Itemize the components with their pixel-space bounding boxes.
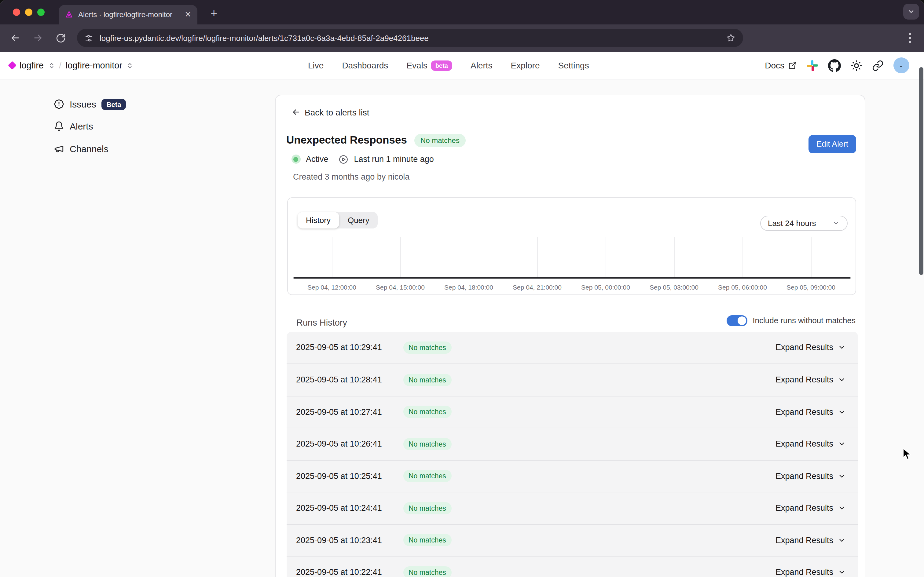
- forward-button[interactable]: [31, 31, 44, 44]
- browser-tab[interactable]: Alerts · logfire/logfire-monitor ✕: [59, 5, 197, 24]
- main-nav: Live Dashboards Evalsbeta Alerts Explore…: [308, 52, 589, 79]
- back-arrow-icon: [291, 108, 300, 117]
- run-timestamp: 2025-09-05 at 10:22:41: [296, 568, 396, 577]
- bell-icon: [54, 121, 64, 131]
- x-tick-label: Sep 04, 21:00:00: [503, 283, 571, 290]
- x-tick-label: Sep 04, 18:00:00: [435, 283, 502, 290]
- active-status-label: Active: [306, 155, 329, 164]
- x-tick-label: Sep 05, 00:00:00: [572, 283, 639, 290]
- browser-tab-strip: Alerts · logfire/logfire-monitor ✕ +: [0, 0, 924, 24]
- nav-alerts[interactable]: Alerts: [471, 60, 493, 70]
- nav-settings[interactable]: Settings: [558, 60, 589, 70]
- x-tick-label: Sep 05, 03:00:00: [640, 283, 708, 290]
- chart-gridline: [537, 237, 538, 278]
- run-timestamp: 2025-09-05 at 10:27:41: [296, 408, 396, 417]
- run-row[interactable]: 2025-09-05 at 10:27:41 No matches Expand…: [286, 396, 858, 428]
- back-button[interactable]: [8, 31, 21, 44]
- expand-results-button[interactable]: Expand Results: [776, 440, 845, 449]
- nav-dashboards[interactable]: Dashboards: [342, 60, 388, 70]
- header-actions: Docs -: [765, 52, 909, 79]
- history-panel: History Query Last 24 hours Sep 04, 12:0…: [287, 197, 856, 295]
- org-switcher[interactable]: logfire: [19, 60, 44, 70]
- x-tick-label: Sep 05, 09:00:00: [777, 283, 845, 290]
- tab-close-icon[interactable]: ✕: [185, 11, 191, 19]
- run-row[interactable]: 2025-09-05 at 10:22:41 No matches Expand…: [286, 556, 858, 577]
- sidebar-item-channels[interactable]: Channels: [54, 141, 108, 156]
- expand-results-button[interactable]: Expand Results: [776, 504, 845, 513]
- run-timestamp: 2025-09-05 at 10:25:41: [296, 472, 396, 481]
- play-circle-icon: [339, 154, 348, 164]
- include-runs-toggle[interactable]: [726, 315, 747, 326]
- expand-chevron-icon: [837, 569, 845, 576]
- new-tab-button[interactable]: +: [205, 5, 223, 22]
- time-range-dropdown[interactable]: Last 24 hours: [760, 215, 847, 230]
- megaphone-icon: [54, 143, 64, 154]
- chart-gridline: [400, 237, 401, 278]
- run-match-badge: No matches: [403, 534, 452, 546]
- run-match-badge: No matches: [403, 374, 452, 386]
- expand-results-button[interactable]: Expand Results: [776, 408, 845, 417]
- tab-query[interactable]: Query: [339, 212, 378, 228]
- project-switcher[interactable]: logfire-monitor: [66, 60, 122, 70]
- expand-results-button[interactable]: Expand Results: [776, 568, 845, 577]
- alert-detail-card: Back to alerts list Unexpected Responses…: [275, 94, 865, 577]
- nav-live[interactable]: Live: [308, 60, 324, 70]
- run-row[interactable]: 2025-09-05 at 10:24:41 No matches Expand…: [286, 492, 858, 524]
- url-bar[interactable]: logfire-us.pydantic.dev/logfire/logfire-…: [77, 29, 743, 47]
- run-row[interactable]: 2025-09-05 at 10:26:41 No matches Expand…: [286, 428, 858, 460]
- breadcrumb-separator: /: [59, 60, 61, 70]
- theme-sun-icon[interactable]: [850, 60, 862, 71]
- github-icon[interactable]: [828, 59, 840, 72]
- run-row[interactable]: 2025-09-05 at 10:28:41 No matches Expand…: [286, 364, 858, 396]
- url-text[interactable]: logfire-us.pydantic.dev/logfire/logfire-…: [100, 33, 720, 42]
- window-zoom-button[interactable]: [37, 8, 45, 16]
- chart-gridline: [811, 237, 811, 278]
- expand-chevron-icon: [837, 440, 845, 448]
- active-status-dot: [291, 155, 300, 164]
- chevron-down-icon: [908, 8, 915, 15]
- window-minimize-button[interactable]: [25, 8, 32, 16]
- x-tick-label: Sep 05, 06:00:00: [709, 283, 776, 290]
- back-icon: [10, 32, 21, 44]
- run-match-badge: No matches: [403, 502, 452, 514]
- user-avatar[interactable]: -: [893, 57, 909, 73]
- chart-gridline: [332, 237, 332, 278]
- back-to-alerts-link[interactable]: Back to alerts list: [291, 107, 369, 117]
- reload-button[interactable]: [55, 31, 67, 44]
- nav-evals[interactable]: Evalsbeta: [406, 60, 452, 71]
- run-match-badge: No matches: [403, 406, 452, 418]
- org-switcher-chevrons-icon[interactable]: [48, 62, 55, 69]
- nav-explore[interactable]: Explore: [511, 60, 540, 70]
- expand-results-button[interactable]: Expand Results: [776, 376, 845, 385]
- run-row[interactable]: 2025-09-05 at 10:23:41 No matches Expand…: [286, 524, 858, 556]
- run-row[interactable]: 2025-09-05 at 10:29:41 No matches Expand…: [286, 331, 858, 364]
- run-row[interactable]: 2025-09-05 at 10:25:41 No matches Expand…: [286, 460, 858, 492]
- reload-icon: [56, 33, 66, 43]
- docs-link[interactable]: Docs: [765, 60, 797, 70]
- forward-icon: [32, 32, 43, 44]
- expand-chevron-icon: [837, 376, 845, 384]
- slack-icon[interactable]: [806, 60, 818, 71]
- browser-toolbar: logfire-us.pydantic.dev/logfire/logfire-…: [0, 24, 924, 52]
- badge-alert-icon: [54, 99, 64, 110]
- run-timestamp: 2025-09-05 at 10:26:41: [296, 440, 396, 449]
- expand-results-button[interactable]: Expand Results: [776, 343, 845, 352]
- window-close-button[interactable]: [13, 8, 20, 16]
- sidebar-item-issues[interactable]: Issues Beta: [54, 97, 126, 111]
- run-timestamp: 2025-09-05 at 10:23:41: [296, 536, 396, 545]
- browser-menu-icon[interactable]: [904, 31, 916, 44]
- created-by-label: Created 3 months ago by nicola: [293, 172, 410, 181]
- tab-title: Alerts · logfire/logfire-monitor: [78, 10, 180, 19]
- tab-history[interactable]: History: [297, 212, 339, 228]
- tab-search-button[interactable]: [903, 4, 919, 19]
- site-info-icon[interactable]: [84, 33, 94, 42]
- page-scrollbar-thumb[interactable]: [919, 67, 923, 275]
- bookmark-star-icon[interactable]: [726, 33, 736, 43]
- edit-alert-button[interactable]: Edit Alert: [808, 135, 856, 153]
- sidebar-item-alerts[interactable]: Alerts: [54, 119, 93, 134]
- share-link-icon[interactable]: [872, 60, 884, 71]
- expand-results-button[interactable]: Expand Results: [776, 536, 845, 545]
- project-switcher-chevrons-icon[interactable]: [126, 62, 133, 69]
- expand-results-button[interactable]: Expand Results: [776, 472, 845, 481]
- expand-chevron-icon: [837, 408, 845, 416]
